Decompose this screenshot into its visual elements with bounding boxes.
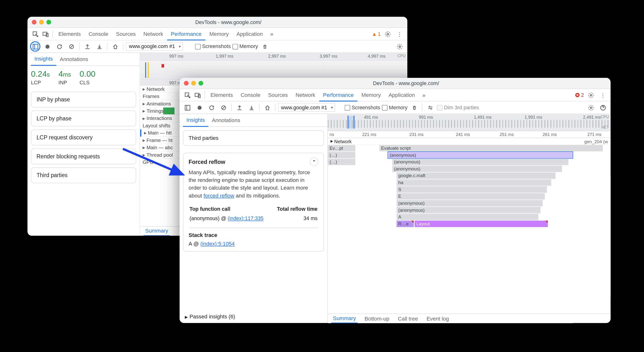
tab-performance[interactable]: Performance <box>319 89 358 102</box>
tab-application[interactable]: Application <box>385 89 419 101</box>
flame-bar[interactable]: google.c.maft <box>396 173 556 179</box>
screenshots-checkbox[interactable]: Screenshots <box>195 44 231 50</box>
url-select[interactable]: www.google.com #1 <box>278 103 335 112</box>
card-third-parties[interactable]: Third parties <box>31 167 136 183</box>
metric-cls[interactable]: 0.00CLS <box>80 69 96 86</box>
capture-settings-icon[interactable] <box>394 41 405 52</box>
memory-checkbox[interactable]: Memory <box>382 105 407 111</box>
timeline-ruler[interactable]: 997 ms 1,997 ms 2,997 ms 3,997 ms 4,997 … <box>140 53 407 61</box>
tab-console[interactable]: Console <box>237 89 264 101</box>
flame-bar[interactable]: Layout <box>414 221 548 227</box>
capture-settings-icon[interactable] <box>586 102 596 113</box>
flame-bar[interactable]: S <box>396 186 547 193</box>
gc-icon[interactable] <box>409 102 420 113</box>
flame-bar[interactable]: E <box>396 193 545 200</box>
minimize-dot[interactable] <box>39 20 44 25</box>
error-badge[interactable]: 2 <box>575 92 584 98</box>
gear-icon[interactable] <box>586 90 596 100</box>
tab-memory[interactable]: Memory <box>206 28 232 40</box>
more-tabs-icon[interactable]: » <box>267 29 277 39</box>
tab-console[interactable]: Console <box>85 28 112 40</box>
reload-icon[interactable] <box>54 41 64 52</box>
tab-memory[interactable]: Memory <box>358 89 385 101</box>
flame-bar[interactable]: A <box>396 214 538 220</box>
card-third-parties[interactable]: Third parties <box>183 130 324 146</box>
card-render-blocking[interactable]: Render blocking requests <box>31 149 136 164</box>
dim-3rd-parties[interactable]: Dim 3rd parties <box>437 105 479 111</box>
maximize-dot[interactable] <box>198 81 203 86</box>
card-lcp-discovery[interactable]: LCP request discovery <box>31 130 136 145</box>
upload-icon[interactable] <box>234 102 244 113</box>
inspect-icon[interactable] <box>30 29 40 39</box>
flame-bar[interactable]: (anonymous) <box>388 152 573 158</box>
titlebar[interactable]: DevTools - www.google.com/ <box>28 17 407 28</box>
maximize-dot[interactable] <box>46 20 51 25</box>
kebab-icon[interactable]: ⋮ <box>394 29 405 39</box>
tab-network[interactable]: Network <box>292 89 319 101</box>
tab-elements[interactable]: Elements <box>207 89 237 101</box>
screenshots-checkbox[interactable]: Screenshots <box>345 105 380 111</box>
more-tabs-icon[interactable]: » <box>418 90 429 100</box>
url-select[interactable]: www.google.com #1 <box>126 42 183 51</box>
device-icon[interactable] <box>40 29 51 39</box>
flame-bar[interactable]: (anonymous) <box>396 207 540 213</box>
overview-chart[interactable] <box>140 61 407 80</box>
summary-tab[interactable]: Summary <box>144 226 170 235</box>
warning-badge[interactable]: ▲ 1 <box>372 31 381 37</box>
memory-checkbox[interactable]: Memory <box>232 44 258 50</box>
titlebar[interactable]: DevTools - www.google.com/ <box>180 78 610 89</box>
card-inp-phase[interactable]: INP by phase <box>31 92 136 107</box>
collapse-icon[interactable]: ⌃ <box>310 157 318 166</box>
tab-summary[interactable]: Summary <box>331 314 358 323</box>
download-icon[interactable] <box>94 41 104 52</box>
flame-bar[interactable]: R…e <box>396 221 414 227</box>
clear-icon[interactable] <box>66 41 76 52</box>
tab-performance[interactable]: Performance <box>167 28 206 40</box>
close-dot[interactable] <box>184 81 189 86</box>
source-link[interactable]: (index):5:1054 <box>200 241 235 247</box>
flame-bar[interactable]: (anonymous) <box>392 159 568 165</box>
flame-chart-area[interactable]: 491 ms 991 ms 1,491 ms 1,991 ms 2,491 ms… <box>328 114 611 323</box>
home-icon[interactable] <box>262 102 272 113</box>
metric-lcp[interactable]: 0.24sLCP <box>31 69 50 86</box>
tab-application[interactable]: Application <box>232 28 267 40</box>
subtab-insights[interactable]: Insights <box>183 114 208 127</box>
metric-inp[interactable]: 4msINP <box>58 69 71 86</box>
flame-bar[interactable]: Evaluate script <box>380 145 603 151</box>
passed-insights[interactable]: ▶Passed insights (6) <box>180 310 328 323</box>
gear-icon[interactable] <box>382 29 393 39</box>
flame-ruler[interactable]: ns 221 ms 231 ms 241 ms 251 ms 261 ms 27… <box>328 131 611 138</box>
overview-ruler[interactable]: 491 ms 991 ms 1,491 ms 1,991 ms 2,491 ms… <box>328 114 611 131</box>
subtab-annotations[interactable]: Annotations <box>56 53 92 66</box>
minimize-dot[interactable] <box>191 81 196 86</box>
inspect-icon[interactable] <box>182 90 192 100</box>
source-link[interactable]: (index):117:335 <box>228 215 264 221</box>
toggle-sidebar-icon[interactable] <box>30 41 40 52</box>
tab-sources[interactable]: Sources <box>112 28 140 40</box>
record-icon[interactable] <box>194 102 204 113</box>
tab-bottom-up[interactable]: Bottom-up <box>363 314 391 323</box>
subtab-insights[interactable]: Insights <box>31 53 56 66</box>
tab-call-tree[interactable]: Call tree <box>396 314 420 323</box>
tab-event-log[interactable]: Event log <box>425 314 451 323</box>
flame-bar[interactable]: (anonymous) <box>392 166 562 172</box>
device-icon[interactable] <box>192 90 203 100</box>
clear-icon[interactable] <box>218 102 228 113</box>
card-lcp-phase[interactable]: LCP by phase <box>31 111 136 126</box>
shortcuts-icon[interactable] <box>425 102 436 113</box>
gc-icon[interactable] <box>260 41 270 52</box>
record-icon[interactable] <box>42 41 52 52</box>
tab-sources[interactable]: Sources <box>264 89 292 101</box>
subtab-annotations[interactable]: Annotations <box>208 114 244 127</box>
close-dot[interactable] <box>32 20 36 25</box>
flame-bar[interactable]: ha <box>396 179 551 186</box>
flame-bar[interactable]: (anonymous) <box>396 200 543 206</box>
flame-rows[interactable]: Ev…pt (…) (…) Evaluate script(anonymous)… <box>328 145 611 228</box>
upload-icon[interactable] <box>82 41 92 52</box>
download-icon[interactable] <box>246 102 256 113</box>
track-network[interactable]: ▶Networkgen_204 (w <box>328 138 611 145</box>
forced-reflow-link[interactable]: forced reflow <box>204 193 234 199</box>
reload-icon[interactable] <box>206 102 216 113</box>
help-icon[interactable] <box>598 102 608 113</box>
kebab-icon[interactable]: ⋮ <box>598 90 608 100</box>
